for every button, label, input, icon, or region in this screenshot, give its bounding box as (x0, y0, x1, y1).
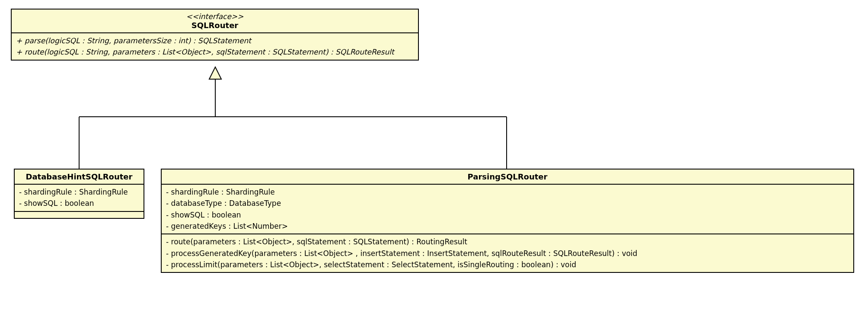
attribute: - shardingRule : ShardingRule (19, 186, 139, 198)
stereotype: <<interface>> (16, 12, 414, 21)
operations-section: + parse(logicSQL : String, parametersSiz… (12, 33, 418, 60)
class-name: DatabaseHintSQLRouter (19, 172, 139, 181)
attribute: - shardingRule : ShardingRule (166, 186, 849, 198)
operation: + parse(logicSQL : String, parametersSiz… (16, 35, 414, 46)
operation: + route(logicSQL : String, parameters : … (16, 46, 414, 58)
class-header: DatabaseHintSQLRouter (15, 170, 144, 185)
attribute: - showSQL : boolean (19, 198, 139, 209)
realization-arrow-icon (209, 67, 221, 79)
attribute: - showSQL : boolean (166, 209, 849, 221)
attribute: - databaseType : DatabaseType (166, 198, 849, 209)
uml-class-databasehintsqlrouter: DatabaseHintSQLRouter - shardingRule : S… (14, 169, 144, 219)
class-name: ParsingSQLRouter (166, 172, 849, 181)
attribute: - generatedKeys : List<Number> (166, 221, 849, 232)
attributes-section: - shardingRule : ShardingRule - showSQL … (15, 185, 144, 212)
attributes-section: - shardingRule : ShardingRule - database… (162, 185, 853, 234)
uml-class-sqlrouter: <<interface>> SQLRouter + parse(logicSQL… (11, 9, 419, 61)
operation: - processGeneratedKey(parameters : List<… (166, 248, 849, 259)
operations-section (15, 212, 144, 218)
operation: - processLimit(parameters : List<Object>… (166, 259, 849, 270)
operation: - route(parameters : List<Object>, sqlSt… (166, 236, 849, 247)
operations-section: - route(parameters : List<Object>, sqlSt… (162, 234, 853, 272)
class-name: SQLRouter (16, 21, 414, 30)
class-header: ParsingSQLRouter (162, 170, 853, 185)
class-header: <<interface>> SQLRouter (12, 10, 418, 33)
uml-class-parsingsqlrouter: ParsingSQLRouter - shardingRule : Shardi… (161, 169, 854, 273)
